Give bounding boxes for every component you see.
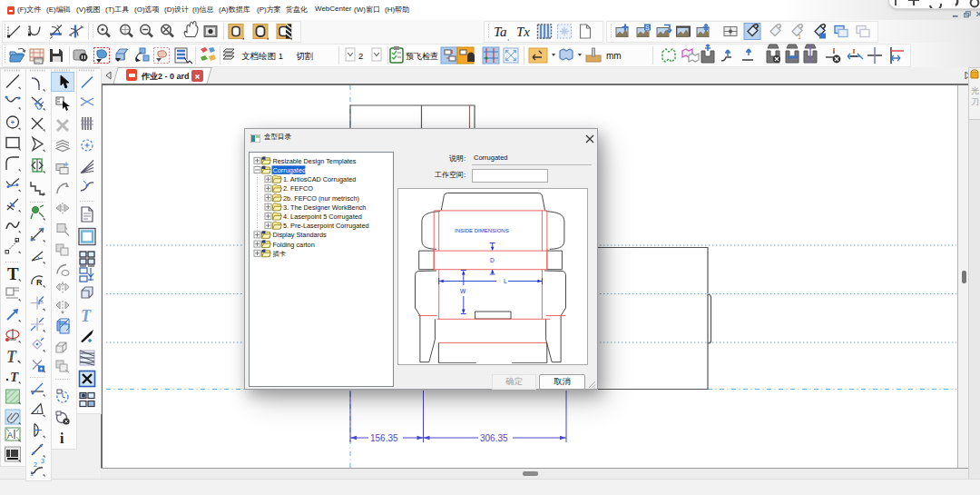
svg-text:S: S: [645, 25, 650, 31]
svg-text:INSIDE DIMENSIONS: INSIDE DIMENSIONS: [455, 228, 509, 233]
svg-text:2: 2: [358, 51, 363, 61]
svg-text:Ta: Ta: [494, 25, 506, 39]
svg-text:156.35: 156.35: [370, 433, 398, 443]
svg-text:2: 2: [34, 461, 37, 468]
svg-text:1: 1: [798, 34, 801, 40]
svg-text:刀: 刀: [971, 97, 979, 106]
svg-text:4. Laserpoint 5 Corrugated: 4. Laserpoint 5 Corrugated: [283, 213, 362, 221]
svg-text:T: T: [81, 307, 92, 325]
svg-text:文档绘图 1: 文档绘图 1: [241, 51, 283, 61]
svg-text:光: 光: [971, 86, 979, 95]
svg-text:mm: mm: [606, 51, 622, 61]
svg-text:Tx: Tx: [516, 25, 530, 39]
svg-text:R: R: [36, 278, 43, 287]
svg-text:3. The Designer WorkBench: 3. The Designer WorkBench: [283, 203, 366, 212]
svg-text:306.35: 306.35: [480, 433, 508, 443]
svg-text:T: T: [10, 370, 19, 384]
svg-text:,: ,: [507, 34, 509, 42]
svg-text:Resizable Design Templates: Resizable Design Templates: [273, 157, 357, 165]
svg-text:1: 1: [30, 470, 34, 477]
svg-text:D: D: [490, 257, 495, 263]
svg-text:2b. FEFCO (nur metrisch): 2b. FEFCO (nur metrisch): [283, 194, 359, 203]
svg-text:T: T: [6, 348, 17, 366]
svg-text:Corrugated: Corrugated: [273, 166, 307, 174]
svg-text:L: L: [504, 278, 507, 284]
svg-text:Display Standards: Display Standards: [273, 231, 328, 239]
svg-text:i: i: [60, 431, 64, 446]
svg-text:Folding carton: Folding carton: [273, 241, 315, 249]
svg-text:1. ArtiosCAD Corrugated: 1. ArtiosCAD Corrugated: [283, 175, 356, 183]
svg-text:3: 3: [41, 458, 44, 464]
svg-text:预飞检查: 预飞检查: [406, 52, 438, 61]
svg-text:W: W: [460, 288, 466, 294]
svg-text:5. Pre-Laserpoint Corrugated: 5. Pre-Laserpoint Corrugated: [283, 222, 369, 230]
svg-text:T: T: [7, 264, 19, 283]
svg-text:切割: 切割: [296, 51, 314, 61]
svg-text:2. FEFCO: 2. FEFCO: [283, 184, 313, 193]
svg-text:插卡: 插卡: [273, 250, 287, 258]
